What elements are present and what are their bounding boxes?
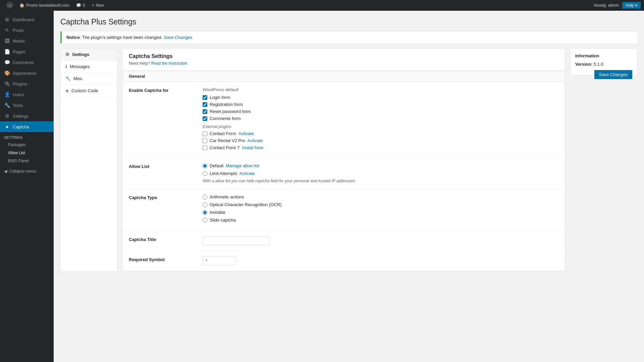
bws-panel-label: BWS Panel (8, 159, 29, 163)
captcha-title-input[interactable] (203, 236, 270, 245)
allow-list-limit-label: Limit Attempts (210, 171, 237, 176)
notice-text: Notice: The plugin's settings have been … (66, 35, 164, 40)
login-form-checkbox[interactable] (203, 95, 207, 100)
custom-code-tab-label: Custom Code (71, 88, 98, 93)
arithmetic-radio[interactable] (203, 195, 207, 199)
info-panel: Information Version: 5.1.0 Save Changes (570, 48, 637, 272)
save-changes-button[interactable]: Save Changes (594, 70, 632, 79)
sidebar-item-label: Users (13, 92, 24, 97)
enable-captcha-field: WordPress default Login form Registratio… (203, 87, 559, 152)
users-icon: 👤 (4, 92, 10, 97)
sidebar-item-settings[interactable]: ⚙ Settings (0, 111, 54, 121)
plus-icon: + (92, 3, 94, 8)
tab-misc[interactable]: 🔧 Misc (61, 73, 117, 85)
registration-form-checkbox[interactable] (203, 102, 207, 107)
invisible-radio[interactable] (203, 210, 207, 215)
car-rental-label: Car Rental V2 Pro (210, 138, 245, 143)
login-form-row: Login form (203, 95, 559, 100)
sidebar-item-media[interactable]: 🖼 Media (0, 36, 54, 46)
packages-label: Packages (8, 142, 26, 147)
required-symbol-input[interactable] (203, 256, 236, 265)
captcha-icon: ● (4, 124, 10, 129)
settings-form: Captcha Settings Need Help? Read the Ins… (122, 48, 565, 272)
comments-form-checkbox[interactable] (203, 116, 207, 121)
collapse-label: Collapse menu (9, 169, 36, 174)
settings-tab-label: Settings (72, 52, 89, 57)
contact-form-row: Contact Form Activate (203, 131, 559, 136)
manage-allow-list-link[interactable]: Manage allow list (226, 163, 259, 168)
sidebar-sub-item-packages[interactable]: Packages (0, 141, 54, 149)
sidebar: ⊞ Dashboard ✎ Posts 🖼 Media 📄 Pages 💬 Co… (0, 11, 54, 362)
slide-captcha-radio[interactable] (203, 218, 207, 223)
allow-list-limit-radio[interactable] (203, 171, 207, 176)
sidebar-item-plugins[interactable]: 🔌 Plugins (0, 78, 54, 89)
collapse-menu-button[interactable]: ◀ Collapse menu (0, 166, 54, 176)
version-line: Version: 5.1.0 (575, 62, 632, 67)
settings-section-label: Settings (0, 132, 54, 141)
contact-form-label: Contact Form (210, 131, 236, 136)
version-value: 5.1.0 (594, 62, 603, 67)
settings-title: Captcha Settings (129, 53, 559, 59)
sidebar-item-dashboard[interactable]: ⊞ Dashboard (0, 14, 54, 25)
allow-list-default-radio[interactable] (203, 164, 207, 168)
sidebar-item-label: Appearance (13, 71, 36, 76)
sidebar-item-comments[interactable]: 💬 Comments (0, 57, 54, 68)
custom-code-tab-icon: ◈ (65, 88, 69, 93)
messages-tab-label: Messages (70, 64, 90, 69)
sidebar-item-appearance[interactable]: 🎨 Appearance (0, 68, 54, 78)
comments-form-row: Comments form (203, 116, 559, 121)
notice-save-link[interactable]: Save Changes (164, 35, 192, 40)
settings-tab-icon: ⚙ (65, 52, 69, 57)
captcha-type-field: Arithmetic actions Optical Character Rec… (203, 194, 559, 225)
tab-messages[interactable]: ℹ Messages (61, 61, 117, 73)
dashboard-icon: ⊞ (4, 17, 10, 22)
sidebar-item-posts[interactable]: ✎ Posts (0, 25, 54, 36)
sidebar-item-label: Dashboard (13, 17, 34, 22)
contact-form-checkbox[interactable] (203, 131, 207, 136)
sidebar-item-users[interactable]: 👤 Users (0, 89, 54, 100)
content-wrapper: ⚙ Settings ℹ Messages 🔧 Misc ◈ Custom Co… (60, 48, 637, 272)
contact-form-7-row: Contact Form 7 Install Now (203, 145, 559, 150)
contact-form-7-label: Contact Form 7 (210, 145, 240, 150)
sidebar-item-pages[interactable]: 📄 Pages (0, 46, 54, 57)
sidebar-sub-item-bws-panel[interactable]: BWS Panel (0, 157, 54, 165)
slide-captcha-label: Slide captcha (210, 218, 236, 223)
reset-password-row: Reset password form (203, 109, 559, 114)
comments-count: 0 (83, 3, 85, 8)
site-name-item[interactable]: 🏠 Promo bestwebsoft.com (16, 0, 73, 11)
pages-icon: 📄 (4, 49, 10, 54)
ocr-radio[interactable] (203, 202, 207, 207)
tab-settings[interactable]: ⚙ Settings (61, 49, 117, 61)
comments-nav-icon: 💬 (4, 60, 10, 65)
captcha-title-row: Captcha Title (123, 231, 565, 251)
required-symbol-field (203, 256, 559, 265)
howdy-text: Howdy, admin (594, 3, 619, 8)
comments-item[interactable]: 💬 0 (73, 0, 89, 11)
help-button[interactable]: Help ▾ (622, 2, 641, 9)
car-rental-checkbox[interactable] (203, 138, 207, 143)
sidebar-item-tools[interactable]: 🔧 Tools (0, 100, 54, 111)
sidebar-item-label: Settings (13, 114, 29, 119)
car-rental-activate-link[interactable]: Activate (248, 138, 263, 143)
help-label: Help (626, 3, 634, 8)
arithmetic-row: Arithmetic actions (203, 194, 559, 199)
slide-captcha-row: Slide captcha (203, 218, 559, 223)
sidebar-item-label: Posts (13, 28, 24, 33)
reset-password-label: Reset password form (210, 109, 251, 114)
wp-logo-item[interactable]: ⓦ (3, 0, 16, 11)
limit-attempts-activate-link[interactable]: Activate (239, 171, 255, 176)
allow-list-default-row: Default Manage allow list (203, 163, 559, 168)
reset-password-checkbox[interactable] (203, 109, 207, 114)
read-instruction-link[interactable]: Read the Instruction (151, 61, 187, 66)
new-item[interactable]: + New (88, 0, 107, 11)
site-icon: 🏠 (19, 3, 24, 8)
install-now-link[interactable]: Install Now (242, 145, 264, 150)
admin-bar: ⓦ 🏠 Promo bestwebsoft.com 💬 0 + New Howd… (0, 0, 644, 11)
registration-form-label: Registration form (210, 102, 243, 107)
tab-custom-code[interactable]: ◈ Custom Code (61, 85, 117, 97)
sidebar-item-captcha[interactable]: ● Captcha (0, 121, 54, 132)
invisible-label: Invisible (210, 210, 225, 215)
contact-form-7-checkbox[interactable] (203, 145, 207, 150)
sidebar-sub-item-allow-list[interactable]: Allow List (0, 149, 54, 157)
contact-form-activate-link[interactable]: Activate (238, 131, 254, 136)
